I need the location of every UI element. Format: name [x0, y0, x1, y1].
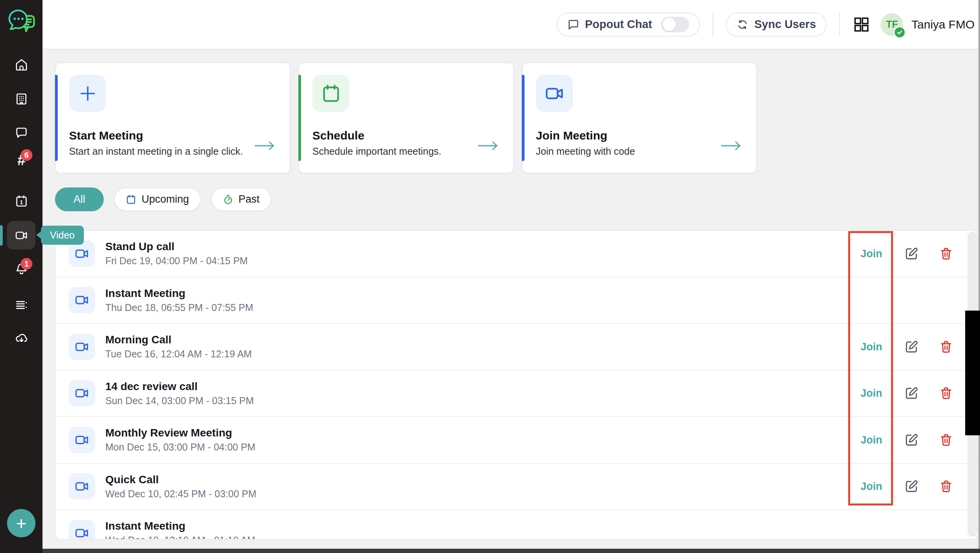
popout-chat-label: Popout Chat — [585, 18, 652, 31]
meeting-filters: All Upcoming Past — [55, 187, 271, 211]
svg-text:1: 1 — [20, 199, 23, 205]
apps-grid-button[interactable] — [852, 16, 870, 34]
window-bottom-bar — [43, 549, 980, 553]
cloud-download-icon — [14, 331, 28, 345]
chat-icon — [14, 126, 28, 140]
filter-past-label: Past — [239, 193, 260, 205]
video-icon — [69, 473, 95, 500]
video-icon — [69, 287, 95, 313]
edit-meeting-button[interactable] — [904, 433, 919, 447]
arrow-right-icon[interactable] — [720, 140, 742, 151]
meeting-info: Instant Meeting Thu Dec 18, 06:55 PM - 0… — [105, 287, 253, 313]
delete-meeting-button[interactable] — [939, 246, 953, 261]
meeting-title: Quick Call — [105, 473, 256, 486]
filter-all[interactable]: All — [55, 187, 104, 211]
schedule-card[interactable]: Schedule Schedule important meetings. — [298, 62, 514, 173]
video-icon — [69, 380, 95, 406]
edit-pencil-icon — [904, 386, 919, 401]
meeting-info: Morning Call Tue Dec 16, 12:04 AM - 12:1… — [105, 334, 252, 360]
sidebar-item-cloud[interactable] — [14, 331, 28, 345]
app-window: # 6 1 1 + Video Popout Chat — [0, 0, 980, 553]
plus-icon: + — [16, 513, 27, 534]
meeting-time: Sun Dec 14, 03:00 PM - 03:15 PM — [105, 395, 254, 406]
meeting-row: Stand Up call Fri Dec 19, 04:00 PM - 04:… — [56, 231, 978, 277]
sidebar: # 6 1 1 + — [0, 0, 43, 553]
meeting-title: Stand Up call — [105, 240, 248, 253]
delete-meeting-button[interactable] — [939, 479, 953, 494]
meeting-info: Monthly Review Meeting Mon Dec 15, 03:00… — [105, 427, 255, 453]
edit-pencil-icon — [904, 339, 919, 354]
trash-icon — [939, 339, 953, 354]
meeting-title: Monthly Review Meeting — [105, 427, 255, 439]
calendar-icon: 1 — [14, 194, 28, 208]
redaction-box — [965, 311, 980, 435]
arrow-right-icon[interactable] — [254, 140, 276, 151]
card-description: Schedule important meetings. — [312, 146, 500, 157]
meeting-time: Wed Dec 10, 12:10 AM - 01:10 AM — [105, 535, 255, 540]
topbar: Popout Chat Sync Users TF Taniya FMO — [43, 0, 980, 49]
sidebar-item-office[interactable] — [14, 92, 28, 106]
meeting-time: Fri Dec 19, 04:00 PM - 04:15 PM — [105, 255, 248, 267]
meeting-info: 14 dec review call Sun Dec 14, 03:00 PM … — [105, 380, 254, 406]
home-icon — [14, 58, 28, 72]
card-title: Join Meeting — [536, 129, 743, 142]
meetings-list: Stand Up call Fri Dec 19, 04:00 PM - 04:… — [55, 230, 979, 540]
toggle-knob — [663, 18, 676, 31]
video-icon — [14, 228, 28, 242]
join-meeting-card[interactable]: Join Meeting Join meeting with code — [522, 62, 757, 173]
sidebar-item-tasks[interactable] — [14, 298, 28, 312]
channels-badge: 6 — [21, 149, 32, 161]
window-edge — [978, 0, 980, 553]
message-square-icon — [567, 19, 579, 30]
trash-icon — [939, 433, 953, 447]
card-title: Schedule — [312, 129, 500, 142]
meeting-row: Quick Call Wed Dec 10, 02:45 PM - 03:00 … — [56, 464, 978, 511]
meeting-time: Tue Dec 16, 12:04 AM - 12:19 AM — [105, 348, 252, 360]
meeting-time: Thu Dec 18, 06:55 PM - 07:55 PM — [105, 302, 253, 313]
meeting-time: Mon Dec 15, 03:00 PM - 04:00 PM — [105, 442, 255, 453]
meeting-title: 14 dec review call — [105, 380, 254, 393]
card-description: Start an instant meeting in a single cli… — [69, 146, 276, 157]
edit-pencil-icon — [904, 479, 919, 494]
sync-users-button[interactable]: Sync Users — [726, 12, 827, 37]
card-accent — [522, 75, 525, 161]
video-icon — [69, 427, 95, 453]
sidebar-item-home[interactable] — [14, 58, 28, 72]
edit-meeting-button[interactable] — [904, 386, 919, 401]
stopwatch-icon — [223, 194, 234, 205]
sidebar-item-video[interactable] — [14, 228, 28, 242]
office-building-icon — [14, 92, 28, 106]
card-accent — [55, 75, 58, 161]
popout-chat-toggle[interactable] — [661, 17, 689, 32]
card-description: Join meeting with code — [536, 146, 743, 157]
start-meeting-card[interactable]: Start Meeting Start an instant meeting i… — [55, 62, 291, 173]
app-logo-icon — [5, 6, 37, 37]
video-icon — [69, 520, 95, 540]
meeting-info: Quick Call Wed Dec 10, 02:45 PM - 03:00 … — [105, 473, 256, 500]
create-new-button[interactable]: + — [7, 509, 35, 537]
calendar-icon — [126, 194, 136, 205]
popout-chat-button[interactable]: Popout Chat — [556, 12, 700, 37]
meeting-row: 14 dec review call Sun Dec 14, 03:00 PM … — [56, 371, 978, 417]
card-title: Start Meeting — [69, 129, 276, 142]
arrow-right-icon[interactable] — [477, 140, 499, 151]
edit-pencil-icon — [904, 246, 919, 261]
sidebar-item-calendar[interactable]: 1 — [14, 194, 28, 208]
meeting-time: Wed Dec 10, 02:45 PM - 03:00 PM — [105, 488, 256, 500]
grid-icon — [852, 16, 870, 34]
edit-meeting-button[interactable] — [904, 479, 919, 494]
user-avatar[interactable]: TF — [881, 13, 903, 36]
delete-meeting-button[interactable] — [939, 386, 953, 401]
edit-meeting-button[interactable] — [904, 339, 919, 354]
video-tooltip: Video — [41, 226, 84, 245]
delete-meeting-button[interactable] — [939, 433, 953, 447]
edit-meeting-button[interactable] — [904, 246, 919, 261]
filter-past[interactable]: Past — [211, 187, 271, 211]
delete-meeting-button[interactable] — [939, 339, 953, 354]
calendar-icon — [312, 75, 349, 112]
sidebar-item-chat[interactable] — [14, 126, 28, 140]
filter-upcoming[interactable]: Upcoming — [114, 187, 201, 211]
tooltip-arrow — [36, 231, 41, 239]
user-name: Taniya FMO — [911, 18, 975, 31]
notifications-badge: 1 — [21, 258, 32, 270]
